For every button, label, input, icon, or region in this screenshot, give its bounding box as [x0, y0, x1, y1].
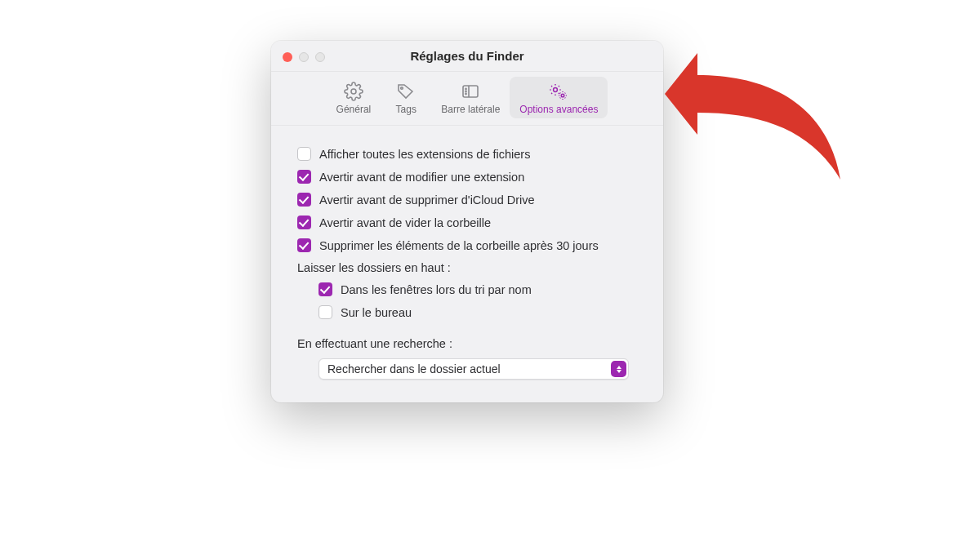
checkbox-label: Sur le bureau: [341, 306, 412, 319]
toolbar-tabs: Général Tags Barre latérale: [271, 72, 663, 126]
search-scope-label: En effectuant une recherche :: [297, 337, 637, 350]
option-warn-remove-icloud[interactable]: Avertir avant de supprimer d'iCloud Driv…: [297, 193, 637, 207]
traffic-lights: [283, 52, 325, 62]
gear-icon: [343, 82, 364, 101]
tab-tags[interactable]: Tags: [381, 77, 431, 118]
search-scope-select[interactable]: Rechercher dans le dossier actuel: [318, 358, 629, 380]
checkbox[interactable]: [318, 282, 332, 296]
select-value: Rechercher dans le dossier actuel: [327, 362, 501, 375]
svg-point-6: [466, 93, 466, 94]
checkbox-label: Afficher toutes les extensions de fichie…: [319, 148, 530, 161]
tab-label: Barre latérale: [441, 104, 500, 115]
sidebar-icon: [460, 82, 481, 101]
zoom-button[interactable]: [315, 52, 325, 62]
checkbox[interactable]: [318, 305, 332, 319]
tab-label: Général: [336, 104, 372, 115]
tab-label: Tags: [396, 104, 416, 115]
tag-icon: [395, 82, 416, 101]
svg-point-1: [401, 87, 403, 90]
checkbox-label: Avertir avant de supprimer d'iCloud Driv…: [319, 193, 535, 207]
svg-point-7: [554, 88, 558, 92]
option-folders-top-desktop[interactable]: Sur le bureau: [318, 305, 637, 319]
option-warn-empty-trash[interactable]: Avertir avant de vider la corbeille: [297, 216, 637, 229]
tab-general[interactable]: Général: [327, 77, 381, 118]
checkbox-label: Dans les fenêtres lors du tri par nom: [341, 283, 532, 296]
tab-advanced[interactable]: Options avancées: [510, 77, 608, 118]
option-folders-top-windows[interactable]: Dans les fenêtres lors du tri par nom: [318, 282, 637, 296]
tab-sidebar[interactable]: Barre latérale: [431, 77, 510, 118]
checkbox-label: Supprimer les éléments de la corbeille a…: [319, 239, 599, 252]
annotation-arrow-icon: [640, 16, 869, 196]
finder-settings-window: Réglages du Finder Général Tags: [271, 41, 663, 402]
checkbox[interactable]: [297, 193, 311, 207]
svg-point-5: [466, 91, 466, 91]
checkbox[interactable]: [297, 170, 311, 184]
svg-point-0: [351, 89, 356, 94]
checkbox[interactable]: [297, 216, 311, 229]
svg-point-4: [466, 88, 466, 89]
checkbox-label: Avertir avant de modifier une extension: [319, 171, 524, 184]
advanced-pane: Afficher toutes les extensions de fichie…: [271, 126, 663, 402]
option-show-all-extensions[interactable]: Afficher toutes les extensions de fichie…: [297, 147, 637, 161]
gears-icon: [546, 82, 571, 101]
option-remove-after-30-days[interactable]: Supprimer les éléments de la corbeille a…: [297, 238, 637, 252]
titlebar: Réglages du Finder: [271, 41, 663, 72]
chevron-updown-icon: [611, 361, 626, 377]
svg-point-8: [562, 94, 565, 97]
checkbox-label: Avertir avant de vider la corbeille: [319, 216, 491, 229]
close-button[interactable]: [283, 52, 292, 62]
minimize-button[interactable]: [299, 52, 309, 62]
checkbox[interactable]: [297, 238, 311, 252]
option-warn-change-extension[interactable]: Avertir avant de modifier une extension: [297, 170, 637, 184]
folders-on-top-label: Laisser les dossiers en haut :: [297, 261, 637, 274]
tab-label: Options avancées: [519, 104, 598, 115]
checkbox[interactable]: [297, 147, 311, 161]
window-title: Réglages du Finder: [271, 41, 663, 72]
